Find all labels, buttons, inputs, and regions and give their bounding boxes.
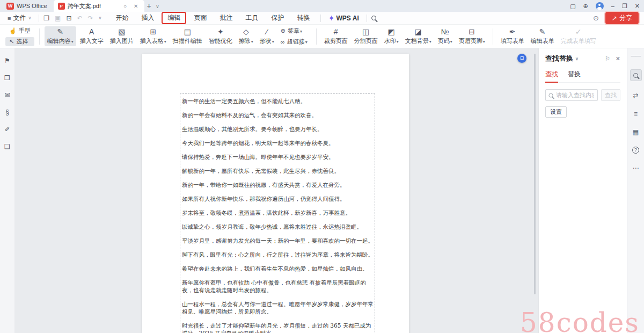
- more-chevron-icon[interactable]: ∨: [99, 16, 102, 20]
- attachment-icon[interactable]: §: [5, 108, 9, 116]
- ribbon-label: 编辑内容▾: [47, 37, 74, 45]
- translate-icon[interactable]: ⇄: [633, 92, 638, 99]
- help-icon[interactable]: ?: [632, 147, 639, 154]
- stamp-layers-icon[interactable]: ❏: [4, 143, 10, 150]
- close-panel-icon[interactable]: ✕: [616, 55, 620, 62]
- ribbon-label: 擦除▾: [239, 37, 253, 45]
- search-icon[interactable]: [630, 69, 642, 81]
- search-icon[interactable]: [371, 16, 376, 20]
- share-arrow-icon: ↗: [612, 15, 617, 22]
- ribbon-button-文档背景[interactable]: ◪文档背景▾: [402, 26, 434, 46]
- tab-wps-ai[interactable]: ✦ WPS AI: [325, 15, 362, 22]
- tab-close-icon[interactable]: ✕: [131, 3, 140, 9]
- tab-list-chevron-icon[interactable]: ∨: [153, 3, 162, 9]
- ribbon-button-扫描件编辑[interactable]: ▤扫描件编辑: [170, 26, 205, 46]
- ribbon-button-页眉页脚[interactable]: ⊟页眉页脚▾: [456, 26, 488, 46]
- menu-tab-编辑[interactable]: 编辑: [162, 12, 186, 24]
- sliders-icon[interactable]: ≡: [634, 110, 638, 118]
- document-paragraph: 岁末将至，敬颂冬绥，煮酒温茶，满饮此杯，新岁新喜，万事胜意。: [182, 209, 374, 216]
- undo-icon[interactable]: ↶: [77, 15, 82, 22]
- ribbon-button-页码[interactable]: №页码▾: [435, 26, 455, 46]
- menu-tab-插入[interactable]: 插入: [135, 12, 160, 24]
- user-avatar[interactable]: [596, 2, 604, 10]
- ribbon-toolbar: ☝手型↖选择 ✎编辑内容▾A插入文字▧插入图片⊞插入表格▾▤扫描件编辑✦智能优化…: [0, 25, 644, 48]
- redo-icon[interactable]: ↷: [88, 15, 93, 22]
- ribbon-label: 手型: [19, 27, 31, 35]
- menubar-divider: [39, 15, 39, 22]
- ribbon-button-水印[interactable]: ◩水印▾: [382, 26, 401, 46]
- pdf-page[interactable]: 新一年的生活一定要五颜六色，但不能乱七八糟。新的一年会有始料不及的运气，会有突如…: [142, 54, 409, 333]
- ribbon-divider: [39, 28, 40, 45]
- document-paragraph: 脚下有风，眼里有光；心之所向，行之所往，过往皆为序章，将来皆为期盼。: [182, 251, 374, 258]
- document-tab[interactable]: P 跨年文案.pdf ○ ✕: [54, 0, 145, 12]
- scan-edit-icon: ▤: [184, 27, 191, 37]
- ribbon-button-手型[interactable]: ☝手型: [5, 26, 34, 35]
- ribbon-button-插入表格[interactable]: ⊞插入表格▾: [137, 26, 169, 46]
- ribbon-button-签章[interactable]: ⊕签章▾: [277, 26, 311, 35]
- document-canvas[interactable]: 新一年的生活一定要五颜六色，但不能乱七八糟。新的一年会有始料不及的运气，会有突如…: [15, 48, 538, 333]
- open-icon[interactable]: ❐: [43, 15, 49, 22]
- comment-icon[interactable]: ✉: [4, 91, 10, 99]
- find-input[interactable]: [556, 92, 594, 98]
- thumbnail-icon[interactable]: ❒: [4, 74, 10, 82]
- menu-tab-开始[interactable]: 开始: [109, 12, 135, 24]
- ribbon-button-填写表单[interactable]: ✒填写表单: [498, 26, 527, 46]
- menu-tab-页面[interactable]: 页面: [187, 12, 213, 24]
- document-paragraph: 请保持热爱，奔赴下一场山海。即使年年不见也要岁岁平安。: [182, 153, 374, 161]
- menu-tab-工具[interactable]: 工具: [239, 12, 265, 24]
- close-button[interactable]: ✕: [635, 3, 640, 10]
- ribbon-button-插入文字[interactable]: A插入文字: [77, 26, 106, 46]
- save-icon[interactable]: ▣: [55, 15, 61, 22]
- share-button[interactable]: ↗ 分享: [605, 12, 639, 24]
- tab-replace[interactable]: 替换: [568, 70, 581, 79]
- tab-sync-icon[interactable]: ○: [121, 3, 129, 9]
- ribbon-label: 插入文字: [80, 37, 104, 45]
- ribbon-label: 形状▾: [260, 37, 274, 45]
- ribbon-button-形状[interactable]: ∕形状▾: [257, 26, 277, 46]
- ribbon-button-选择[interactable]: ↖选择: [5, 37, 34, 46]
- hyperlink-icon: ∞: [281, 39, 285, 45]
- wps-ai-icon: ✦: [328, 15, 334, 22]
- find-button[interactable]: 查找: [601, 89, 620, 101]
- dropdown-caret-icon: ▾: [483, 39, 485, 44]
- panel-title-chevron-icon[interactable]: ∨: [575, 56, 579, 61]
- wps-home-tab[interactable]: W WPS Office: [3, 0, 54, 12]
- document-paragraph: 生活温暖顺心，其他别无所求。要今朝醉，也要万年长。: [182, 125, 374, 133]
- ribbon-button-插入图片[interactable]: ▧插入图片: [107, 26, 136, 46]
- menu-tab-转换[interactable]: 转换: [290, 12, 316, 24]
- panel-resize-handle[interactable]: ——: [631, 53, 641, 59]
- ai-assistant-button[interactable]: ⊡: [517, 54, 526, 63]
- ribbon-button-裁剪页面[interactable]: #裁剪页面: [321, 26, 350, 46]
- ribbon-label: 页眉页脚▾: [459, 37, 485, 45]
- ribbon-button-超链接[interactable]: ∞超链接▾: [277, 37, 311, 46]
- minimize-button[interactable]: –: [611, 3, 614, 9]
- promo-icon[interactable]: ⊙: [593, 14, 599, 22]
- ribbon-button-编辑内容[interactable]: ✎编辑内容▾: [45, 26, 76, 46]
- ribbon-button-擦除[interactable]: ◇擦除▾: [236, 26, 256, 46]
- edit-content-icon: ✎: [57, 27, 63, 37]
- pin-panel-icon[interactable]: ⚐: [605, 55, 610, 62]
- ribbon-button-分割页面[interactable]: ◫分割页面: [352, 26, 380, 46]
- tab-find[interactable]: 查找: [545, 70, 558, 79]
- signature-icon[interactable]: ✐: [4, 126, 10, 133]
- bookmark-icon[interactable]: ⚑: [4, 57, 10, 64]
- more-icon[interactable]: ⋯: [633, 164, 639, 172]
- pin-window-icon[interactable]: ▢: [570, 3, 575, 10]
- menubar-divider: [367, 15, 367, 22]
- file-menu-button[interactable]: ≡ 文件 ∨: [4, 13, 34, 23]
- ribbon-button-智能优化[interactable]: ✦智能优化: [206, 26, 235, 46]
- ribbon-button-编辑表单[interactable]: ✎编辑表单: [528, 26, 557, 46]
- globe-icon[interactable]: ⊕: [583, 3, 588, 10]
- vertical-scrollbar[interactable]: [534, 54, 536, 294]
- selected-text-block[interactable]: 新一年的生活一定要五颜六色，但不能乱七八糟。新的一年会有始料不及的运气，会有突如…: [180, 93, 375, 333]
- new-tab-button[interactable]: +: [144, 2, 153, 10]
- print-icon[interactable]: ⊡: [66, 15, 71, 22]
- menu-tab-批注[interactable]: 批注: [213, 12, 239, 24]
- maximize-button[interactable]: ❐: [622, 3, 627, 10]
- menu-tab-保护[interactable]: 保护: [265, 12, 290, 24]
- share-button-label: 分享: [619, 13, 632, 23]
- panel-title: 查找替换: [545, 54, 573, 63]
- settings-button[interactable]: 设置: [545, 106, 567, 118]
- finish-form-icon: ✓: [575, 27, 582, 37]
- organize-icon[interactable]: ▦: [633, 128, 639, 136]
